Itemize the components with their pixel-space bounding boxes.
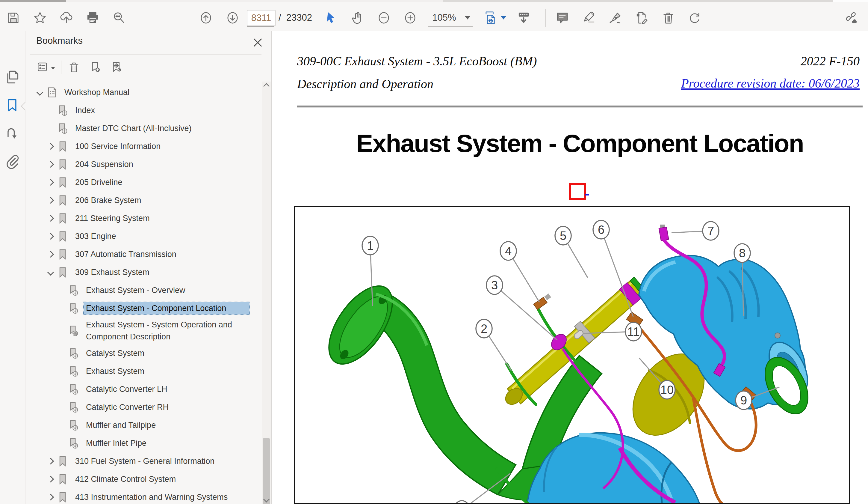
bookmark-label[interactable]: 211 Steering System — [73, 212, 152, 224]
bookmark-item[interactable]: 211 Steering System — [25, 209, 262, 227]
previous-page-button[interactable] — [197, 9, 214, 26]
chevron-right-icon[interactable] — [47, 197, 54, 204]
bookmark-label[interactable]: Catalyst System — [84, 347, 147, 360]
annotation-red-box[interactable] — [569, 183, 586, 200]
chevron-right-icon[interactable] — [47, 143, 54, 150]
sidebar-item-attachments[interactable] — [3, 152, 22, 171]
search-button[interactable] — [111, 9, 127, 26]
bookmark-options-caret[interactable] — [51, 65, 55, 71]
rotate-button[interactable] — [686, 9, 703, 26]
svg-text:9: 9 — [741, 394, 747, 407]
bookmark-item[interactable]: 204 Suspension — [25, 155, 262, 173]
bookmark-options-button[interactable] — [34, 59, 51, 75]
bookmark-label[interactable]: Exhaust System - System Operation and Co… — [84, 317, 262, 344]
bookmark-label[interactable]: 310 Fuel System - General Information — [73, 455, 217, 467]
panel-scrollbar[interactable] — [262, 82, 271, 504]
chevron-down-icon[interactable] — [37, 89, 43, 96]
bookmark-item[interactable]: Workshop Manual — [25, 83, 262, 101]
bookmark-item[interactable]: Muffler Inlet Pipe — [25, 434, 262, 452]
chevron-down-icon[interactable] — [47, 269, 54, 276]
select-tool-button[interactable] — [322, 9, 339, 26]
go-to-bookmark-button[interactable] — [108, 59, 125, 75]
bookmark-item[interactable]: 303 Engine — [25, 227, 262, 245]
fit-width-caret[interactable] — [501, 15, 506, 21]
next-page-button[interactable] — [224, 9, 241, 26]
print-button[interactable] — [84, 9, 101, 26]
bookmarks-tree: Workshop ManualIndexMaster DTC Chart (Al… — [25, 83, 262, 504]
bookmark-item[interactable]: 100 Service Information — [25, 137, 262, 155]
bookmark-label[interactable]: 412 Climate Control System — [73, 473, 178, 485]
highlight-button[interactable] — [580, 9, 597, 26]
zoom-in-button[interactable] — [402, 9, 418, 26]
bookmark-label[interactable]: 206 Brake System — [73, 194, 144, 206]
chevron-right-icon[interactable] — [47, 476, 54, 483]
chevron-right-icon[interactable] — [47, 215, 54, 222]
save-button[interactable] — [5, 9, 22, 26]
bookmark-item[interactable]: Master DTC Chart (All-Inclusive) — [25, 119, 262, 137]
bookmark-label[interactable]: Master DTC Chart (All-Inclusive) — [73, 122, 194, 135]
scroll-up-icon[interactable] — [263, 83, 270, 89]
bookmark-item[interactable]: 206 Brake System — [25, 191, 262, 209]
bookmark-item[interactable]: Catalyst System — [25, 344, 262, 362]
edit-page-button[interactable] — [633, 9, 650, 26]
bookmark-item[interactable]: Exhaust System - Component Location — [25, 299, 262, 317]
bookmark-label[interactable]: Exhaust System - Component Location — [84, 302, 249, 314]
sidebar-item-bookmarks[interactable] — [3, 96, 22, 114]
scrollbar-thumb[interactable] — [263, 439, 270, 504]
bookmark-item[interactable]: Catalytic Converter LH — [25, 380, 262, 398]
hand-tool-button[interactable] — [349, 9, 366, 26]
keyboard-collapse-button[interactable] — [515, 9, 532, 26]
bookmark-label[interactable]: 303 Engine — [73, 230, 118, 243]
zoom-out-button[interactable] — [375, 9, 392, 26]
bookmark-label[interactable]: Muffler and Tailpipe — [84, 419, 158, 432]
close-panel-button[interactable] — [253, 37, 262, 46]
bookmark-item[interactable]: 309 Exhaust System — [25, 263, 262, 281]
zoom-dropdown-caret[interactable] — [465, 15, 470, 21]
procedure-revision-link[interactable]: Procedure revision date: 06/6/2023 — [681, 76, 860, 91]
star-button[interactable] — [31, 9, 48, 26]
bookmark-label[interactable]: Workshop Manual — [62, 86, 132, 99]
bookmark-item[interactable]: Exhaust System - System Operation and Co… — [25, 317, 262, 344]
chevron-right-icon[interactable] — [47, 179, 54, 186]
comment-button[interactable] — [554, 9, 571, 26]
page-number-input[interactable]: 8311 — [247, 10, 276, 26]
bookmark-item[interactable]: 307 Automatic Transmission — [25, 245, 262, 263]
toolbar-separator — [313, 9, 313, 27]
zoom-level-value[interactable]: 105% — [428, 12, 461, 23]
chevron-right-icon[interactable] — [47, 161, 54, 168]
bookmark-label[interactable]: 205 Driveline — [73, 176, 125, 189]
bookmark-label[interactable]: 309 Exhaust System — [73, 266, 152, 279]
fill-sign-button[interactable] — [607, 9, 623, 26]
chevron-right-icon[interactable] — [47, 458, 54, 465]
bookmark-label[interactable]: Index — [73, 104, 97, 117]
add-bookmark-button[interactable] — [87, 59, 104, 75]
bookmark-label[interactable]: Catalytic Converter LH — [84, 383, 170, 395]
bookmark-label[interactable]: Muffler Inlet Pipe — [84, 437, 149, 450]
bookmark-item[interactable]: 205 Driveline — [25, 173, 262, 191]
chevron-right-icon[interactable] — [47, 494, 54, 501]
bookmark-label[interactable]: Exhaust System - Overview — [84, 284, 188, 296]
delete-button[interactable] — [660, 9, 676, 26]
bookmark-item[interactable]: Catalytic Converter RH — [25, 398, 262, 416]
chevron-right-icon[interactable] — [47, 233, 54, 240]
delete-bookmark-button[interactable] — [65, 59, 82, 75]
bookmark-label[interactable]: 413 Instrumentation and Warning Systems — [73, 491, 230, 503]
bookmark-item[interactable]: Index — [25, 101, 262, 119]
fit-width-button[interactable] — [482, 9, 499, 26]
chevron-right-icon[interactable] — [47, 251, 54, 258]
bookmark-item[interactable]: 412 Climate Control System — [25, 470, 262, 488]
sidebar-item-destinations[interactable] — [3, 124, 22, 143]
bookmark-label[interactable]: 307 Automatic Transmission — [73, 248, 179, 261]
sidebar-item-page-thumbnails[interactable] — [3, 68, 22, 86]
bookmark-item[interactable]: Exhaust System — [25, 362, 262, 380]
bookmark-label[interactable]: 100 Service Information — [73, 140, 163, 153]
bookmark-item[interactable]: Muffler and Tailpipe — [25, 416, 262, 434]
bookmark-item[interactable]: Exhaust System - Overview — [25, 281, 262, 299]
share-cloud-button[interactable] — [58, 9, 75, 26]
bookmark-label[interactable]: 204 Suspension — [73, 158, 136, 171]
share-link-button[interactable] — [842, 9, 859, 26]
bookmark-label[interactable]: Exhaust System — [84, 365, 147, 377]
bookmark-item[interactable]: 310 Fuel System - General Information — [25, 452, 262, 470]
bookmark-label[interactable]: Catalytic Converter RH — [84, 401, 171, 413]
bookmark-item[interactable]: 413 Instrumentation and Warning Systems — [25, 488, 262, 504]
